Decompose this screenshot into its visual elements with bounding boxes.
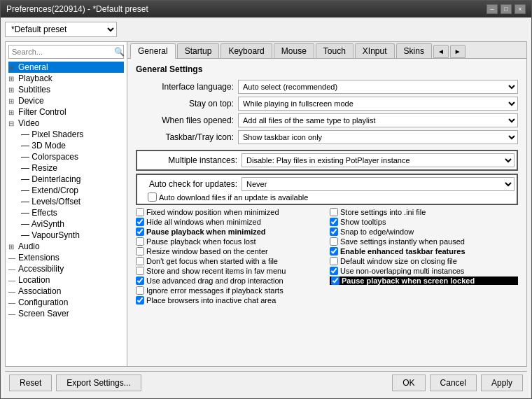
stayontop-select[interactable]: While playing in fullscreen mode	[238, 97, 518, 111]
panel-content: General Settings Interface language: Aut…	[127, 59, 526, 366]
tab-scroll-right[interactable]: ►	[450, 45, 465, 58]
sidebar-item-configuration[interactable]: —Configuration	[8, 297, 124, 308]
enhanced-taskbar-checkbox[interactable]	[330, 247, 338, 255]
default-window-checkbox[interactable]	[330, 257, 338, 265]
sidebar-item-filter-control[interactable]: ⊞Filter Control	[8, 106, 124, 118]
sidebar-item-subtitles[interactable]: ⊞Subtitles	[8, 84, 124, 95]
tray-icon-select[interactable]: Show taskbar icon only	[238, 130, 518, 144]
sidebar-item-extensions[interactable]: —Extensions	[8, 252, 124, 263]
resize-center-checkbox[interactable]	[136, 247, 144, 255]
expander-icon: ⊞	[8, 108, 18, 116]
fixed-window-checkbox[interactable]	[136, 208, 144, 216]
ignore-errors-checkbox[interactable]	[136, 286, 144, 295]
checkbox-advanced-drag: Use advanced drag and drop interaction	[136, 276, 324, 285]
snap-edge-checkbox[interactable]	[330, 227, 338, 236]
sidebar-item-3d-mode[interactable]: — 3D Mode	[18, 140, 124, 151]
sidebar-item-deinterlacing[interactable]: — Deinterlacing	[18, 174, 124, 185]
checkbox-recent-fav: Store and show recent items in fav menu	[136, 267, 324, 275]
place-browsers-checkbox[interactable]	[136, 296, 144, 304]
sidebar-item-effects[interactable]: — Effects	[18, 207, 124, 218]
sidebar-item-extend-crop[interactable]: — Extend/Crop	[18, 185, 124, 196]
tray-icon-label: Taskbar/Tray icon:	[136, 132, 234, 142]
multiple-instances-select[interactable]: Disable: Play files in existing PotPlaye…	[241, 153, 514, 167]
checkbox-show-tooltips: Show tooltips	[330, 218, 518, 226]
expander-icon: —	[8, 276, 18, 284]
sidebar-item-association[interactable]: —Association	[8, 286, 124, 297]
sidebar-item-screen-saver[interactable]: —Screen Saver	[8, 308, 124, 319]
expander-icon: —	[8, 288, 18, 295]
tab-keyboard[interactable]: Keyboard	[220, 43, 272, 58]
close-button[interactable]: ×	[514, 4, 526, 14]
maximize-button[interactable]: □	[500, 4, 512, 14]
tab-touch[interactable]: Touch	[316, 43, 354, 58]
bottom-bar: Reset Export Settings... OK Cancel Apply	[5, 371, 527, 394]
recent-fav-checkbox[interactable]	[136, 267, 144, 275]
tab-general[interactable]: General	[130, 43, 176, 59]
preset-dropdown[interactable]: *Default preset	[5, 22, 117, 37]
apply-button[interactable]: Apply	[481, 374, 523, 391]
cancel-button[interactable]: Cancel	[430, 374, 477, 391]
sidebar-item-location[interactable]: —Location	[8, 274, 124, 286]
show-tooltips-checkbox[interactable]	[330, 218, 338, 226]
auto-check-select[interactable]: Never	[241, 177, 514, 191]
no-focus-checkbox[interactable]	[136, 257, 144, 265]
empty-cell-2	[330, 296, 518, 304]
tab-mouse[interactable]: Mouse	[274, 43, 314, 58]
ignore-errors-label: Ignore error messages if playback starts	[146, 286, 284, 295]
pause-minimized-label: Pause playback when minimized	[146, 227, 266, 236]
window-title: Preferences(220914) - *Default preset	[6, 4, 148, 14]
sidebar-item-device[interactable]: ⊞Device	[8, 95, 124, 106]
minimize-button[interactable]: –	[486, 4, 498, 14]
language-label: Interface language:	[136, 82, 234, 92]
sidebar-item-levels-offset[interactable]: — Levels/Offset	[18, 196, 124, 207]
export-button[interactable]: Export Settings...	[56, 374, 141, 391]
pause-minimized-checkbox[interactable]	[136, 227, 144, 236]
sidebar-item-avisynth[interactable]: — AviSynth	[18, 218, 124, 230]
section-title: General Settings	[136, 64, 518, 74]
sidebar-item-playback[interactable]: ⊞Playback	[8, 73, 124, 84]
sidebar-item-audio[interactable]: ⊞Audio	[8, 241, 124, 252]
files-opened-select[interactable]: Add all files of the same type to playli…	[238, 113, 518, 127]
language-select[interactable]: Auto select (recommended)	[238, 80, 518, 94]
sidebar-item-general[interactable]: ⊞General	[8, 62, 124, 73]
expander-icon: —	[8, 265, 18, 273]
sidebar-item-resize[interactable]: — Resize	[18, 162, 124, 174]
setting-row-tray-icon: Taskbar/Tray icon: Show taskbar icon onl…	[136, 130, 518, 144]
advanced-drag-label: Use advanced drag and drop interaction	[146, 276, 284, 285]
reset-button[interactable]: Reset	[9, 374, 52, 391]
tab-scroll-left[interactable]: ◄	[433, 45, 449, 58]
sidebar-item-vapoursynth[interactable]: — VapourSynth	[18, 230, 124, 241]
expander-icon: ⊞	[8, 75, 18, 83]
sidebar-item-accessibility[interactable]: —Accessibility	[8, 263, 124, 274]
advanced-drag-checkbox[interactable]	[136, 276, 144, 285]
pause-screen-locked-checkbox[interactable]	[331, 276, 340, 285]
non-overlapping-checkbox[interactable]	[330, 267, 338, 275]
checkbox-resize-center: Resize window based on the center	[136, 247, 324, 255]
setting-row-files-opened: When files opened: Add all files of the …	[136, 113, 518, 127]
tab-skins[interactable]: Skins	[396, 43, 432, 58]
expander-icon: ⊞	[8, 97, 18, 105]
sidebar-item-colorspaces[interactable]: — Colorspaces	[18, 151, 124, 162]
multiple-instances-section: Multiple instances: Disable: Play files …	[136, 150, 518, 171]
pause-focus-checkbox[interactable]	[136, 237, 144, 246]
tab-xinput[interactable]: XInput	[355, 43, 395, 58]
auto-download-checkbox[interactable]	[148, 192, 157, 202]
tab-startup[interactable]: Startup	[177, 43, 220, 58]
no-focus-label: Don't get focus when started with a file	[146, 257, 278, 265]
main-area: 🔍 ⊞General ⊞Playback ⊞Subtitles ⊞Device …	[5, 41, 527, 367]
save-settings-checkbox[interactable]	[330, 237, 338, 246]
ok-button[interactable]: OK	[392, 374, 425, 391]
content-area: *Default preset 🔍 ⊞General ⊞Playback ⊞	[1, 18, 531, 398]
tabs-bar: General Startup Keyboard Mouse Touch XIn…	[127, 42, 526, 59]
sidebar-item-pixel-shaders[interactable]: — Pixel Shaders	[18, 129, 124, 140]
title-bar: Preferences(220914) - *Default preset – …	[1, 1, 531, 18]
expander-icon: —	[8, 310, 18, 318]
recent-fav-label: Store and show recent items in fav menu	[146, 267, 286, 275]
hide-windows-checkbox[interactable]	[136, 218, 144, 226]
search-input[interactable]	[9, 46, 111, 57]
fixed-window-label: Fixed window position when minimized	[146, 208, 279, 216]
sidebar-item-video[interactable]: ⊟Video	[8, 118, 124, 129]
store-settings-label: Store settings into .ini file	[340, 208, 426, 216]
checkbox-snap-edge: Snap to edge/window	[330, 227, 518, 236]
store-settings-checkbox[interactable]	[330, 208, 338, 216]
